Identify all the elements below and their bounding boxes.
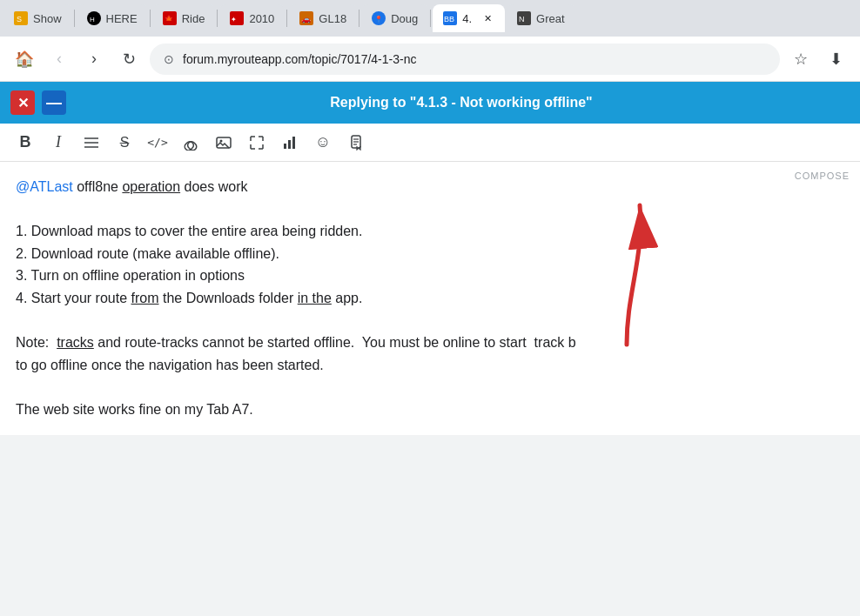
reply-close-button[interactable]: ✕ <box>10 90 35 115</box>
tab-divider-3 <box>217 10 218 27</box>
tab-divider-1 <box>74 10 75 27</box>
svg-text:N: N <box>519 15 525 23</box>
tab-2010[interactable]: ✦ 2010 <box>219 4 285 32</box>
svg-text:📍: 📍 <box>374 15 383 23</box>
attach-button[interactable] <box>341 128 371 157</box>
tab-bar: S Show H HERE 🍁 Ride ✦ 2010 🚗 GL18 📍 <box>0 0 860 37</box>
operation-link[interactable]: operation <box>122 179 180 194</box>
note-continuation: to go offline once the navigation has be… <box>16 354 844 377</box>
reply-header: ✕ — Replying to "4.1.3 - Not working off… <box>0 82 860 124</box>
list-button[interactable] <box>77 128 106 157</box>
from-link[interactable]: from <box>131 291 159 305</box>
svg-rect-22 <box>288 140 291 149</box>
tab-show[interactable]: S Show <box>3 4 72 32</box>
tab-ride-favicon: 🍁 <box>163 11 177 25</box>
tab-active[interactable]: BB 4. ✕ <box>433 4 505 32</box>
svg-rect-21 <box>284 144 286 149</box>
chart-button[interactable] <box>275 128 305 157</box>
bookmark-button[interactable]: ☆ <box>787 45 815 73</box>
svg-text:BB: BB <box>444 15 454 23</box>
reply-title: Replying to "4.1.3 - Not working offline… <box>73 95 850 110</box>
tab-gl18[interactable]: 🚗 GL18 <box>289 4 357 32</box>
tab-active-favicon: BB <box>443 11 457 25</box>
reply-minimize-button[interactable]: — <box>42 90 66 115</box>
tab-gl18-label: GL18 <box>319 12 346 25</box>
editor-content[interactable]: COMPOSE @ATLast offl8ne operation does w… <box>0 162 860 435</box>
tab-here-favicon: H <box>87 11 101 25</box>
tab-great-label: Great <box>536 12 565 25</box>
svg-text:🍁: 🍁 <box>165 14 173 23</box>
editor-line-1: @ATLast offl8ne operation does work <box>16 176 844 198</box>
tab-show-favicon: S <box>14 11 28 25</box>
emoji-button[interactable]: ☺ <box>308 128 338 157</box>
svg-rect-23 <box>292 137 295 149</box>
tab-great[interactable]: N Great <box>507 4 575 32</box>
strikethrough-button[interactable]: S <box>110 128 139 157</box>
code-button[interactable]: </> <box>143 128 172 157</box>
note-text: Note: tracks and route-tracks cannot be … <box>16 331 844 354</box>
svg-text:H: H <box>90 16 95 23</box>
svg-text:S: S <box>17 15 22 23</box>
tracks-link[interactable]: tracks <box>57 335 94 350</box>
forward-button[interactable]: › <box>80 45 108 73</box>
tab-2010-label: 2010 <box>249 12 274 25</box>
tab-ride-label: Ride <box>182 12 205 25</box>
svg-rect-19 <box>217 137 231 148</box>
tab-great-favicon: N <box>517 11 531 25</box>
reload-button[interactable]: ↻ <box>115 45 143 73</box>
editor-wrapper: ✕ — Replying to "4.1.3 - Not working off… <box>0 82 860 616</box>
tab-doug-favicon: 📍 <box>372 11 386 25</box>
address-bar[interactable]: ⊙ forum.myrouteapp.com/topic/7017/4-1-3-… <box>150 44 780 75</box>
svg-text:🚗: 🚗 <box>301 14 312 24</box>
editor-body[interactable]: COMPOSE @ATLast offl8ne operation does w… <box>0 162 860 616</box>
tab-divider-6 <box>430 10 431 27</box>
footer-text: The web site works fine on my Tab A7. <box>16 398 844 421</box>
expand-button[interactable] <box>242 128 272 157</box>
back-button[interactable]: ‹ <box>45 45 73 73</box>
italic-button[interactable]: I <box>44 128 73 157</box>
svg-text:✦: ✦ <box>231 16 237 23</box>
tab-show-label: Show <box>33 12 62 25</box>
image-button[interactable] <box>209 128 239 157</box>
compose-label: COMPOSE <box>795 169 850 184</box>
tab-gl18-favicon: 🚗 <box>299 11 313 25</box>
link-button[interactable] <box>176 128 205 157</box>
tab-close-icon[interactable]: ✕ <box>480 11 494 25</box>
tab-divider-2 <box>150 10 151 27</box>
mention-text: @ATLast <box>16 179 73 194</box>
bold-button[interactable]: B <box>10 128 40 157</box>
tab-divider-4 <box>286 10 287 27</box>
tab-here-label: HERE <box>106 12 138 25</box>
tab-2010-favicon: ✦ <box>230 11 244 25</box>
tab-here[interactable]: H HERE <box>77 4 148 32</box>
editor-toolbar: B I S </> ☺ <box>0 124 860 162</box>
download-button[interactable]: ⬇ <box>822 45 850 73</box>
tab-doug-label: Doug <box>391 12 418 25</box>
home-button[interactable]: 🏠 <box>10 45 38 73</box>
address-bar-row: 🏠 ‹ › ↻ ⊙ forum.myrouteapp.com/topic/701… <box>0 37 860 82</box>
tab-active-label: 4. <box>462 12 472 25</box>
in-the-link[interactable]: in the <box>298 291 332 305</box>
tab-divider-5 <box>359 10 359 27</box>
tab-doug[interactable]: 📍 Doug <box>361 4 428 32</box>
tab-ride[interactable]: 🍁 Ride <box>152 4 216 32</box>
address-text: forum.myrouteapp.com/topic/7017/4-1-3-nc <box>183 52 766 66</box>
address-icon: ⊙ <box>164 52 174 66</box>
numbered-items: 1. Download maps to cover the entire are… <box>16 220 844 309</box>
